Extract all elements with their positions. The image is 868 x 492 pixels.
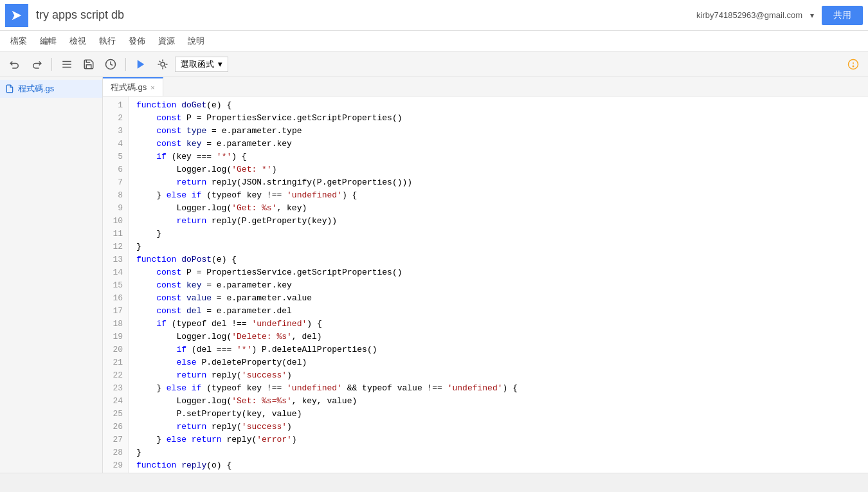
user-area: kirby741852963@gmail.com ▾ 共用 [696, 6, 863, 25]
file-icon [5, 84, 14, 93]
function-select-arrow: ▾ [218, 59, 222, 69]
save-button[interactable] [79, 56, 98, 73]
svg-point-6 [161, 62, 165, 66]
toolbar-divider-1 [51, 58, 52, 71]
menu-view[interactable]: 檢視 [64, 33, 91, 50]
svg-line-10 [165, 66, 166, 68]
sidebar-item-label: 程式碼.gs [18, 83, 54, 95]
menu-edit[interactable]: 編輯 [35, 33, 62, 50]
indent-button[interactable] [57, 56, 77, 73]
function-select-dropdown[interactable]: 選取函式 ▾ [175, 57, 228, 72]
share-button[interactable]: 共用 [822, 6, 863, 25]
menu-run[interactable]: 執行 [94, 33, 121, 50]
code-content[interactable]: function doGet(e) { const P = Properties… [129, 96, 868, 473]
app-title: try apps script db [36, 8, 696, 22]
toolbar-divider-2 [125, 58, 126, 71]
svg-marker-0 [12, 10, 22, 20]
menu-publish[interactable]: 發佈 [123, 33, 150, 50]
top-bar: try apps script db kirby741852963@gmail.… [0, 0, 868, 31]
svg-marker-5 [138, 60, 145, 69]
debug-button[interactable] [153, 56, 172, 73]
tabs-bar: 程式碼.gs × [103, 77, 868, 96]
status-bar [0, 473, 868, 487]
user-email: kirby741852963@gmail.com [696, 10, 802, 20]
function-select-label: 選取函式 [181, 59, 214, 70]
menu-file[interactable]: 檔案 [5, 33, 32, 50]
toolbar: 選取函式 ▾ [0, 51, 868, 77]
run-button[interactable] [131, 56, 150, 73]
tab-code[interactable]: 程式碼.gs × [103, 77, 163, 96]
user-dropdown-icon[interactable]: ▾ [810, 11, 814, 20]
menu-resources[interactable]: 資源 [153, 33, 180, 50]
sidebar-item-code[interactable]: 程式碼.gs [0, 80, 102, 98]
menu-help[interactable]: 說明 [183, 33, 210, 50]
logo-button[interactable] [5, 4, 28, 27]
editor-area: 程式碼.gs × 1234567891011121314151617181920… [103, 77, 868, 473]
tab-close-icon[interactable]: × [150, 84, 154, 91]
hint-button[interactable] [844, 56, 863, 73]
redo-button[interactable] [27, 56, 46, 73]
undo-button[interactable] [5, 56, 24, 73]
code-editor[interactable]: 1234567891011121314151617181920212223242… [103, 96, 868, 473]
history-button[interactable] [101, 56, 120, 73]
menu-bar: 檔案 編輯 檢視 執行 發佈 資源 說明 [0, 31, 868, 51]
svg-point-15 [853, 66, 854, 67]
svg-line-9 [159, 60, 161, 62]
sidebar: 程式碼.gs [0, 77, 103, 473]
main-area: 程式碼.gs 程式碼.gs × 123456789101112131415161… [0, 77, 868, 473]
line-numbers: 1234567891011121314151617181920212223242… [103, 96, 129, 473]
tab-label: 程式碼.gs [111, 82, 147, 93]
